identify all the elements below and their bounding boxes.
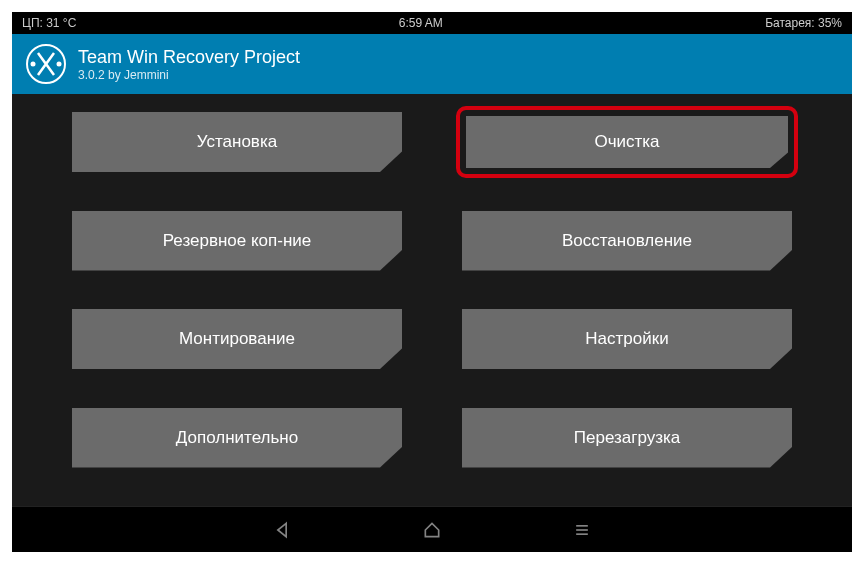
app-header: Team Win Recovery Project 3.0.2 by Jemmi… xyxy=(12,34,852,94)
svg-point-1 xyxy=(31,62,36,67)
app-title: Team Win Recovery Project xyxy=(78,47,300,68)
reboot-button[interactable]: Перезагрузка xyxy=(462,408,792,468)
status-time: 6:59 AM xyxy=(399,16,443,30)
highlighted-button-frame: Очистка xyxy=(456,106,798,178)
status-bar: ЦП: 31 °C 6:59 AM Батарея: 35% xyxy=(12,12,852,34)
back-icon[interactable] xyxy=(272,520,292,540)
settings-button[interactable]: Настройки xyxy=(462,309,792,369)
twrp-logo-icon xyxy=(26,44,66,84)
backup-button[interactable]: Резервное коп-ние xyxy=(72,211,402,271)
svg-point-2 xyxy=(57,62,62,67)
battery-status: Батарея: 35% xyxy=(765,16,842,30)
cpu-temp: ЦП: 31 °C xyxy=(22,16,76,30)
menu-icon[interactable] xyxy=(572,520,592,540)
navigation-bar xyxy=(12,506,852,552)
advanced-button[interactable]: Дополнительно xyxy=(72,408,402,468)
install-button[interactable]: Установка xyxy=(72,112,402,172)
restore-button[interactable]: Восстановление xyxy=(462,211,792,271)
main-menu: Установка Очистка Резервное коп-ние Восс… xyxy=(12,94,852,506)
app-subtitle: 3.0.2 by Jemmini xyxy=(78,68,300,82)
home-icon[interactable] xyxy=(422,520,442,540)
mount-button[interactable]: Монтирование xyxy=(72,309,402,369)
wipe-button[interactable]: Очистка xyxy=(466,116,788,168)
